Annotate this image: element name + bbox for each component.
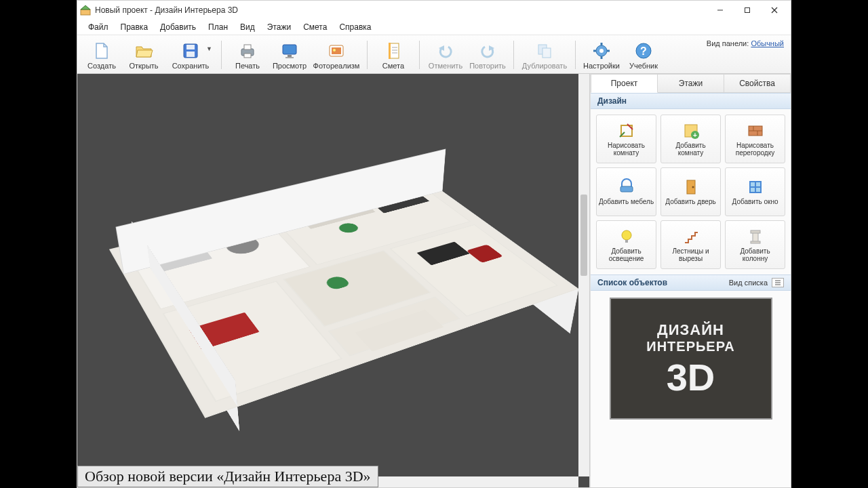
svg-rect-53 — [753, 232, 758, 242]
window-title: Новый проект - Дизайн Интерьера 3D — [95, 5, 238, 15]
file-new-icon — [91, 41, 113, 60]
tab-floors[interactable]: Этажи — [658, 74, 724, 93]
svg-rect-55 — [751, 241, 760, 243]
add-furniture-icon — [617, 178, 636, 197]
add-light-icon — [617, 227, 636, 246]
estimate-button[interactable]: Смета — [373, 38, 414, 72]
chevron-down-icon: ▼ — [206, 45, 212, 52]
redo-icon — [477, 41, 498, 60]
menu-view[interactable]: Вид — [235, 21, 260, 33]
toolbar-label: Учебник — [629, 62, 658, 70]
panel-view-selector: Вид панели: Обычный — [707, 39, 784, 47]
objects-section-header: Список объектов Вид списка — [591, 274, 791, 291]
monitor-icon — [279, 41, 300, 60]
viewport-3d[interactable]: Обзор новой версии «Дизайн Интерьера 3D» — [77, 74, 590, 487]
menu-estimate[interactable]: Смета — [298, 21, 332, 33]
tab-properties[interactable]: Свойства — [724, 74, 791, 93]
side-tabs: Проект Этажи Свойства — [591, 74, 791, 93]
svg-rect-3 — [745, 8, 750, 13]
menu-add[interactable]: Добавить — [155, 21, 201, 33]
object-list: ДИЗАЙН ИНТЕРЬЕРА 3D — [591, 291, 791, 487]
add-column-icon — [746, 227, 765, 246]
toolbar-label: Настройки — [583, 62, 620, 70]
create-button[interactable]: Создать — [81, 38, 122, 72]
stairs-icon — [682, 227, 701, 246]
floorplan-render — [77, 74, 590, 447]
promo-line1: ДИЗАЙН — [657, 321, 724, 339]
design-section-header: Дизайн — [591, 93, 791, 109]
menu-help[interactable]: Справка — [334, 21, 376, 33]
design-label: Лестницы и вырезы — [663, 247, 719, 263]
close-button[interactable] — [761, 1, 788, 20]
redo-button[interactable]: Повторить — [467, 38, 508, 72]
design-label: Добавить колонну — [727, 247, 783, 263]
svg-marker-1 — [81, 5, 90, 9]
svg-text:?: ? — [640, 45, 647, 57]
svg-rect-54 — [751, 230, 760, 233]
save-button[interactable]: ▼ Сохранить — [165, 38, 216, 72]
panel-view-link[interactable]: Обычный — [751, 39, 784, 47]
toolbar-label: Фотореализм — [313, 62, 360, 70]
panel-view-label: Вид панели: — [707, 39, 749, 47]
svg-rect-45 — [620, 186, 633, 192]
svg-rect-11 — [244, 54, 251, 58]
window-controls — [707, 1, 788, 20]
svg-rect-16 — [332, 47, 341, 54]
tab-project[interactable]: Проект — [591, 74, 658, 93]
svg-rect-13 — [288, 55, 292, 57]
open-button[interactable]: Открыть — [123, 38, 164, 72]
menu-plan[interactable]: План — [203, 21, 233, 33]
undo-button[interactable]: Отменить — [425, 38, 466, 72]
tutorial-button[interactable]: ? Учебник — [623, 38, 664, 72]
video-caption: Обзор новой версии «Дизайн Интерьера 3D» — [77, 466, 378, 487]
photoreal-button[interactable]: Фотореализм — [311, 38, 361, 72]
add-room-button[interactable]: + Добавить комнату — [660, 115, 721, 163]
menu-file[interactable]: Файл — [83, 21, 114, 33]
stairs-button[interactable]: Лестницы и вырезы — [660, 220, 721, 269]
svg-rect-8 — [186, 52, 195, 57]
add-room-icon: + — [682, 121, 701, 140]
add-door-button[interactable]: Добавить дверь — [660, 167, 721, 216]
menubar: Файл Правка Добавить План Вид Этажи Смет… — [77, 20, 791, 35]
add-column-button[interactable]: Добавить колонну — [725, 220, 785, 269]
design-label: Нарисовать перегородку — [727, 142, 783, 157]
maximize-button[interactable] — [734, 1, 761, 20]
svg-point-28 — [599, 49, 604, 53]
print-button[interactable]: Печать — [227, 38, 268, 72]
gear-icon — [591, 41, 612, 60]
draw-room-icon — [617, 121, 636, 140]
add-window-button[interactable]: Добавить окно — [725, 167, 785, 216]
draw-partition-button[interactable]: Нарисовать перегородку — [725, 115, 785, 163]
help-icon: ? — [633, 41, 654, 60]
svg-point-17 — [333, 49, 336, 52]
draw-room-button[interactable]: Нарисовать комнату — [596, 115, 656, 163]
toolbar-label: Повторить — [469, 62, 506, 70]
app-window: Новый проект - Дизайн Интерьера 3D Файл … — [77, 0, 791, 488]
svg-rect-26 — [542, 48, 551, 58]
toolbar-label: Сохранить — [172, 62, 210, 70]
printer-icon — [237, 41, 258, 60]
app-icon — [80, 5, 91, 16]
menu-floors[interactable]: Этажи — [262, 21, 296, 33]
list-view-toggle[interactable] — [772, 278, 784, 287]
toolbar-label: Открыть — [129, 62, 158, 70]
scrollbar-vertical[interactable] — [578, 74, 589, 476]
minimize-button[interactable] — [707, 1, 734, 20]
toolbar-label: Дублировать — [522, 62, 567, 70]
design-grid: Нарисовать комнату + Добавить комнату На… — [591, 109, 791, 274]
letterbox-right — [791, 0, 868, 488]
settings-button[interactable]: Настройки — [581, 38, 622, 72]
list-view-label: Вид списка — [729, 279, 768, 287]
toolbar-label: Просмотр — [273, 62, 307, 70]
toolbar-label: Отменить — [429, 62, 462, 70]
menu-edit[interactable]: Правка — [115, 21, 154, 33]
add-light-button[interactable]: Добавить освещение — [596, 220, 656, 269]
svg-point-51 — [622, 230, 631, 240]
duplicate-button[interactable]: Дублировать — [519, 38, 570, 72]
promo-banner: ДИЗАЙН ИНТЕРЬЕРА 3D — [610, 298, 772, 420]
add-furniture-button[interactable]: Добавить мебель — [596, 167, 656, 216]
toolbar-label: Смета — [382, 62, 404, 70]
design-label: Добавить дверь — [665, 198, 715, 206]
toolbar: Создать Открыть ▼ Сохранить — [77, 35, 791, 74]
preview-button[interactable]: Просмотр — [269, 38, 310, 72]
